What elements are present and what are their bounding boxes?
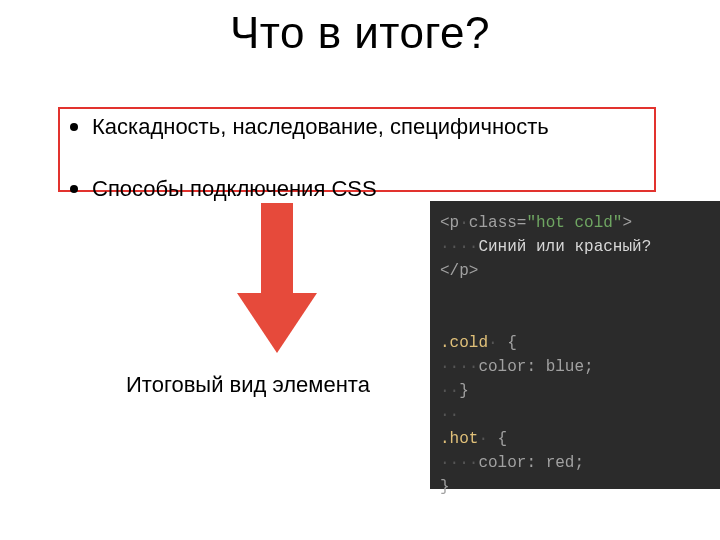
svg-rect-0 (261, 203, 293, 298)
code-whitespace: ···· (440, 238, 478, 256)
bullet-dot-icon (70, 123, 78, 131)
page-title: Что в итоге? (0, 8, 720, 58)
code-whitespace: · (478, 430, 488, 448)
code-token: class (469, 214, 517, 232)
code-token: { (488, 430, 507, 448)
code-token: } (459, 382, 469, 400)
code-token: red (546, 454, 575, 472)
bullet-dot-icon (70, 185, 78, 193)
code-token: : (526, 358, 545, 376)
code-token: </ (440, 262, 459, 280)
code-token: > (622, 214, 632, 232)
code-token: p (459, 262, 469, 280)
result-caption: Итоговый вид элемента (126, 372, 370, 398)
code-token: < (440, 214, 450, 232)
code-token: .cold (440, 334, 488, 352)
bullet-text: Способы подключения CSS (92, 176, 377, 202)
code-whitespace: · (459, 214, 469, 232)
code-token: color (478, 358, 526, 376)
arrow-down-icon (237, 203, 317, 353)
code-block: <p·class="hot cold"> ····Синий или красн… (430, 201, 720, 489)
code-token: } (440, 478, 450, 496)
code-whitespace: ···· (440, 454, 478, 472)
list-item: Каскадность, наследование, специфичность (70, 114, 549, 140)
code-whitespace: ·· (440, 382, 459, 400)
code-token: > (469, 262, 479, 280)
code-token: ; (574, 454, 584, 472)
code-token: color (478, 454, 526, 472)
code-token: { (498, 334, 517, 352)
code-token: ; (584, 358, 594, 376)
code-token: Синий или красный? (478, 238, 651, 256)
svg-marker-1 (237, 293, 317, 353)
code-token: .hot (440, 430, 478, 448)
bullet-text: Каскадность, наследование, специфичность (92, 114, 549, 140)
list-item: Способы подключения CSS (70, 176, 549, 202)
code-token: = (517, 214, 527, 232)
code-whitespace: ···· (440, 358, 478, 376)
code-whitespace: ·· (440, 406, 459, 424)
code-token: "hot cold" (526, 214, 622, 232)
code-token: : (526, 454, 545, 472)
code-token: blue (546, 358, 584, 376)
slide: Что в итоге? Каскадность, наследование, … (0, 0, 720, 540)
code-token: p (450, 214, 460, 232)
code-whitespace: · (488, 334, 498, 352)
